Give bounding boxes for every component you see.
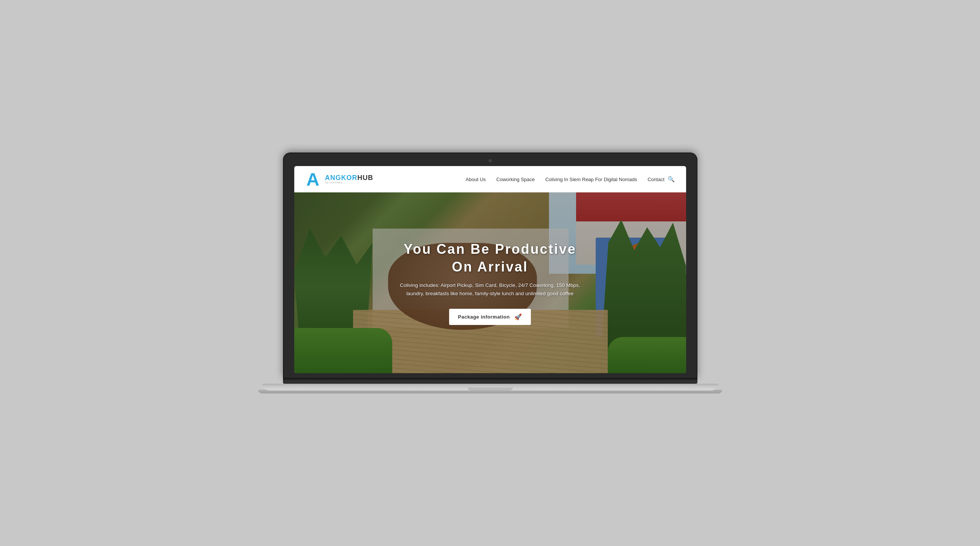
rocket-icon: 🚀 <box>514 313 522 321</box>
laptop-bottom <box>262 384 718 390</box>
logo-brand-start: ANGKOR <box>325 174 358 181</box>
laptop-camera <box>489 159 492 162</box>
nav-item-coliving[interactable]: Coliving In Siem Reap For Digital Nomads <box>545 176 637 183</box>
nav-item-about[interactable]: About Us <box>466 176 486 183</box>
hero-subtitle: Coliving includes: Airport Pickup, Sim C… <box>400 281 581 298</box>
website: A ANGKORHUB by innolabs About Us <box>294 166 686 373</box>
laptop-screen-bezel: A ANGKORHUB by innolabs About Us <box>283 152 697 378</box>
logo-brand: ANGKORHUB <box>325 175 373 181</box>
laptop-base <box>283 378 697 394</box>
cta-label: Package information <box>458 314 510 320</box>
logo-sub: by innolabs <box>325 181 373 184</box>
hero-content: You Can Be Productive On Arrival Colivin… <box>392 241 588 325</box>
nav-links: About Us Coworking Space Coliving In Sie… <box>466 176 665 183</box>
search-icon[interactable]: 🔍 <box>668 176 675 183</box>
nav-item-contact[interactable]: Contact <box>648 176 665 183</box>
svg-text:A: A <box>306 170 320 189</box>
logo-brand-end: HUB <box>358 174 373 181</box>
laptop-mockup: A ANGKORHUB by innolabs About Us <box>283 152 697 394</box>
nav-link-about[interactable]: About Us <box>466 176 486 182</box>
package-information-button[interactable]: Package information 🚀 <box>449 309 531 325</box>
nav-item-coworking[interactable]: Coworking Space <box>496 176 535 183</box>
nav-link-coworking[interactable]: Coworking Space <box>496 176 535 182</box>
logo-text: ANGKORHUB by innolabs <box>325 175 373 184</box>
laptop-screen: A ANGKORHUB by innolabs About Us <box>294 166 686 373</box>
nav-link-contact[interactable]: Contact <box>648 176 665 182</box>
navbar: A ANGKORHUB by innolabs About Us <box>294 166 686 192</box>
hero-section: You Can Be Productive On Arrival Colivin… <box>294 192 686 373</box>
logo: A ANGKORHUB by innolabs <box>305 170 373 189</box>
hero-title: You Can Be Productive On Arrival <box>400 241 581 276</box>
nav-link-coliving[interactable]: Coliving In Siem Reap For Digital Nomads <box>545 176 637 182</box>
laptop-hinge <box>283 378 697 384</box>
logo-icon: A <box>305 170 323 189</box>
